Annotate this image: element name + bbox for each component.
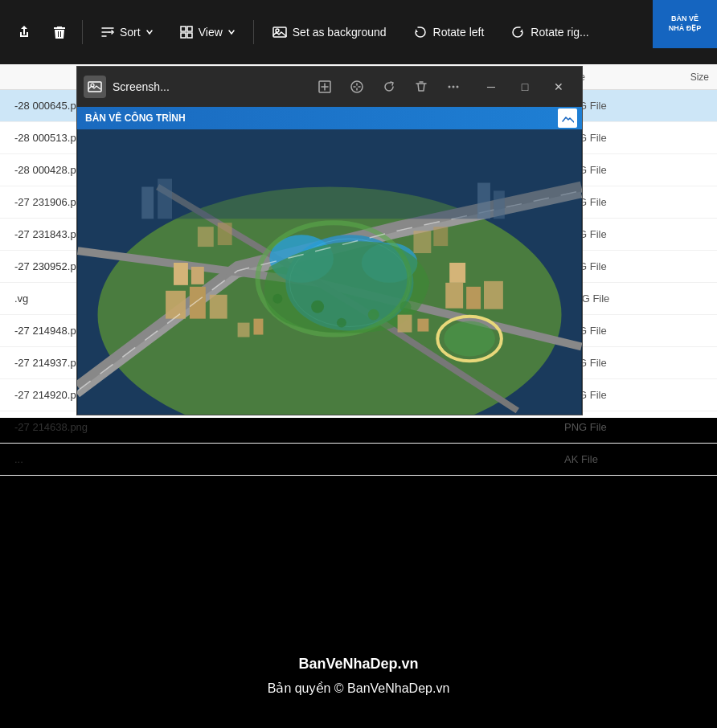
photo-titlebar: Screensh... (77, 67, 582, 107)
svg-point-9 (351, 81, 363, 92)
file-row[interactable]: -27 214638.png PNG File (0, 411, 717, 444)
file-name: ... (8, 453, 564, 465)
svg-rect-27 (484, 281, 503, 309)
watermark-bar: BÀN VÊ CÔNG TRÌNH (77, 107, 582, 129)
svg-rect-46 (158, 179, 172, 219)
window-controls: ─ □ ✕ (474, 72, 576, 101)
view-button[interactable]: View (168, 18, 247, 46)
svg-rect-38 (433, 227, 448, 246)
svg-rect-22 (210, 295, 227, 319)
svg-point-10 (449, 86, 451, 88)
file-name: -27 214638.png (8, 421, 564, 433)
city-map-svg (77, 107, 582, 415)
svg-point-41 (272, 294, 282, 304)
svg-rect-48 (494, 190, 505, 219)
sort-label: Sort (120, 26, 141, 39)
separator-2 (253, 20, 254, 44)
svg-rect-35 (198, 227, 214, 247)
svg-rect-24 (191, 267, 204, 284)
svg-rect-2 (181, 33, 186, 38)
footer-brand: BanVeNhaDep.vn (298, 656, 418, 673)
svg-rect-28 (449, 263, 465, 283)
svg-point-42 (400, 301, 412, 313)
delete-button[interactable] (43, 18, 76, 47)
file-type: AK File (564, 453, 645, 465)
svg-rect-37 (413, 231, 431, 253)
photo-delete-button[interactable] (407, 72, 436, 101)
svg-rect-36 (218, 223, 232, 245)
photo-more-button[interactable] (439, 72, 468, 101)
svg-point-40 (368, 309, 379, 321)
svg-rect-20 (166, 291, 186, 319)
svg-rect-4 (273, 27, 286, 37)
photo-title: Screensh... (113, 80, 310, 93)
rotate-left-label: Rotate left (433, 26, 485, 39)
svg-rect-33 (398, 315, 412, 333)
photo-edit-button[interactable] (310, 72, 339, 101)
svg-rect-31 (238, 323, 250, 337)
set-background-label: Set as background (293, 26, 387, 39)
svg-point-11 (453, 86, 455, 88)
photo-app-icon (84, 76, 106, 98)
logo-badge: BÀN VÊ NHÀ ĐẸP (653, 0, 717, 48)
file-type: PNG File (564, 421, 645, 433)
svg-rect-23 (174, 263, 188, 285)
svg-rect-47 (477, 183, 490, 219)
col-size: Size (645, 72, 709, 83)
watermark-text: BÀN VÊ CÔNG TRÌNH (85, 112, 186, 124)
file-row[interactable]: ... AK File (0, 444, 717, 476)
svg-point-39 (311, 301, 324, 313)
svg-rect-45 (141, 186, 154, 219)
svg-rect-25 (445, 283, 463, 309)
footer-copyright: Bản quyền © BanVeNhaDep.vn (268, 681, 450, 696)
photo-window: Screensh... (76, 66, 583, 415)
svg-rect-21 (190, 287, 206, 319)
minimize-button[interactable]: ─ (474, 72, 508, 101)
photo-toolbar-icons (310, 72, 468, 101)
close-button[interactable]: ✕ (542, 72, 576, 101)
svg-rect-26 (466, 287, 481, 309)
maximize-button[interactable]: □ (508, 72, 542, 101)
photo-image: BÀN VÊ CÔNG TRÌNH (77, 107, 582, 415)
photo-content: BÀN VÊ CÔNG TRÌNH (77, 107, 582, 415)
svg-rect-32 (253, 319, 263, 335)
separator-1 (82, 20, 83, 44)
rotate-left-button[interactable]: Rotate left (401, 18, 496, 47)
set-background-button[interactable]: Set as background (260, 18, 398, 47)
svg-point-43 (337, 318, 346, 328)
sort-button[interactable]: Sort (89, 18, 165, 46)
svg-point-30 (444, 321, 495, 357)
rotate-right-label: Rotate rig... (531, 26, 588, 39)
svg-point-12 (457, 86, 459, 88)
main-toolbar: Sort View Set as background Rotate left (0, 0, 717, 64)
svg-rect-3 (187, 33, 192, 38)
view-label: View (199, 26, 223, 39)
svg-rect-34 (417, 319, 428, 332)
logo-text: BÀN VÊ NHÀ ĐẸP (669, 14, 702, 33)
svg-rect-1 (187, 27, 192, 31)
svg-rect-0 (181, 27, 186, 31)
rotate-right-button[interactable]: Rotate rig... (498, 18, 600, 47)
photo-rotate-button[interactable] (375, 72, 404, 101)
photo-enhance-button[interactable] (342, 72, 371, 101)
share-button[interactable] (8, 18, 40, 47)
